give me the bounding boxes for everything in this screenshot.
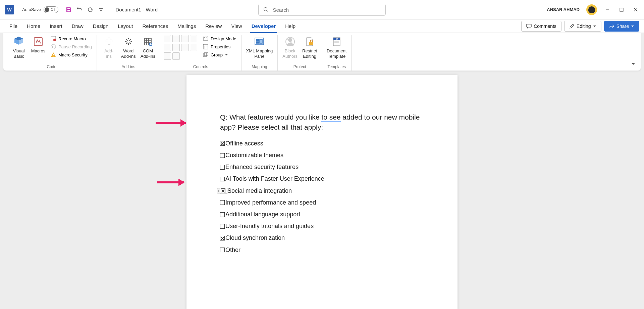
- svg-rect-10: [53, 54, 54, 55]
- svg-point-7: [51, 44, 56, 49]
- picture-control-icon[interactable]: [181, 35, 189, 42]
- search-input[interactable]: [273, 7, 381, 13]
- tab-draw[interactable]: Draw: [67, 19, 88, 33]
- option-row: Improved performance and speed: [220, 198, 424, 207]
- chevron-down-icon: [631, 25, 634, 28]
- rich-text-control-icon[interactable]: [164, 35, 171, 42]
- macros-icon: [32, 36, 44, 48]
- com-addins-button[interactable]: COMAdd-ins: [139, 35, 157, 59]
- checkbox-content-control[interactable]: [220, 188, 227, 194]
- autosave-switch[interactable]: Off: [44, 6, 58, 13]
- pause-recording-button: Pause Recording: [49, 43, 93, 50]
- spelling-underline[interactable]: to see: [321, 113, 340, 122]
- tab-help[interactable]: Help: [280, 19, 300, 33]
- option-row: Additional language support: [220, 210, 424, 219]
- word-addins-button[interactable]: WordAdd-ins: [120, 35, 137, 59]
- properties-button[interactable]: Properties: [201, 43, 238, 50]
- qat-customize[interactable]: [97, 5, 105, 14]
- content-controls-gallery[interactable]: [164, 35, 197, 60]
- search-box[interactable]: [258, 4, 386, 16]
- user-avatar[interactable]: [586, 4, 597, 15]
- checkbox-content-control[interactable]: [220, 224, 225, 229]
- visual-basic-button[interactable]: VisualBasic: [10, 35, 28, 59]
- option-label: User-friendly tutorials and guides: [225, 222, 314, 230]
- tab-review[interactable]: Review: [201, 19, 226, 33]
- checkbox-control-icon[interactable]: [164, 44, 171, 51]
- word-addins-label: WordAdd-ins: [121, 48, 136, 59]
- combobox-control-icon[interactable]: [172, 44, 180, 51]
- comments-button[interactable]: Comments: [521, 21, 561, 32]
- minimize-button[interactable]: [604, 6, 611, 13]
- repeating-control-icon[interactable]: [164, 52, 171, 60]
- content-control-handle[interactable]: [217, 188, 220, 193]
- option-row: Other: [220, 246, 424, 254]
- checkbox-content-control[interactable]: [220, 248, 225, 252]
- maximize-button[interactable]: [618, 6, 625, 13]
- svg-point-6: [53, 39, 56, 41]
- tab-layout[interactable]: Layout: [113, 19, 138, 33]
- checkbox-content-control[interactable]: [220, 200, 225, 205]
- svg-rect-22: [260, 39, 262, 43]
- checkbox-content-control[interactable]: [220, 236, 225, 240]
- restrict-editing-button[interactable]: RestrictEditing: [301, 35, 318, 59]
- checkbox-content-control[interactable]: [220, 165, 225, 170]
- save-button[interactable]: [64, 5, 73, 14]
- group-label-mapping: Mapping: [252, 64, 267, 71]
- checkbox-content-control[interactable]: [220, 141, 225, 146]
- svg-rect-9: [54, 46, 54, 48]
- checkbox-content-control[interactable]: [220, 212, 225, 217]
- macro-security-button[interactable]: Macro Security: [49, 51, 93, 58]
- svg-rect-20: [256, 39, 259, 41]
- xml-mapping-label: XML MappingPane: [246, 48, 273, 59]
- page[interactable]: Q: What features would you like to see a…: [186, 75, 458, 309]
- undo-button[interactable]: [75, 5, 84, 14]
- legacy-tools-icon[interactable]: [172, 52, 180, 60]
- record-macro-button[interactable]: Record Macro: [49, 35, 93, 42]
- addins-label: Add-ins: [104, 48, 113, 59]
- svg-point-12: [127, 40, 130, 43]
- document-template-button[interactable]: W DocumentTemplate: [325, 35, 348, 59]
- option-label: Enhanced security features: [225, 163, 299, 171]
- tab-file[interactable]: File: [5, 19, 22, 33]
- tab-view[interactable]: View: [226, 19, 247, 33]
- autosave-toggle[interactable]: AutoSave Off: [22, 6, 58, 13]
- user-name: ANSAR AHMAD: [547, 7, 580, 12]
- design-mode-button[interactable]: Design Mode: [201, 35, 238, 42]
- option-label: AI Tools with Faster User Experience: [225, 175, 324, 183]
- document-canvas[interactable]: Q: What features would you like to see a…: [0, 75, 644, 309]
- tab-insert[interactable]: Insert: [45, 19, 67, 33]
- xml-mapping-icon: [253, 36, 265, 48]
- building-block-control-icon[interactable]: [190, 35, 197, 42]
- document-template-icon: W: [331, 36, 343, 48]
- ribbon-tabs: FileHomeInsertDrawDesignLayoutReferences…: [0, 19, 644, 33]
- date-picker-control-icon[interactable]: [190, 44, 197, 51]
- macros-button[interactable]: Macros: [30, 35, 47, 54]
- tab-references[interactable]: References: [138, 19, 173, 33]
- tab-mailings[interactable]: Mailings: [173, 19, 201, 33]
- xml-mapping-button[interactable]: XML MappingPane: [245, 35, 274, 59]
- record-icon: [50, 36, 56, 42]
- checkbox-content-control[interactable]: [220, 177, 225, 181]
- editing-mode-button[interactable]: Editing: [564, 21, 601, 32]
- close-button[interactable]: [632, 6, 639, 13]
- design-mode-label: Design Mode: [211, 36, 236, 41]
- tab-design[interactable]: Design: [88, 19, 113, 33]
- redo-button[interactable]: [86, 5, 95, 14]
- dropdown-control-icon[interactable]: [181, 44, 189, 51]
- tab-developer[interactable]: Developer: [247, 19, 281, 33]
- gear-icon: [122, 36, 135, 48]
- restrict-editing-label: RestrictEditing: [302, 48, 317, 59]
- checkbox-content-control[interactable]: [220, 153, 225, 158]
- ribbon-collapse-button[interactable]: [631, 61, 636, 68]
- option-row: Enhanced security features: [220, 163, 424, 171]
- tab-home[interactable]: Home: [22, 19, 45, 33]
- record-macro-label: Record Macro: [58, 36, 86, 41]
- share-button[interactable]: Share: [604, 21, 639, 32]
- checkbox-icon[interactable]: [221, 188, 225, 193]
- title-bar: W AutoSave Off Document1 - Word ANSAR AH…: [0, 0, 644, 19]
- chevron-down-icon: [593, 25, 596, 28]
- group-controls-button[interactable]: Group: [201, 51, 238, 58]
- pause-recording-label: Pause Recording: [58, 44, 92, 49]
- svg-rect-16: [203, 44, 208, 49]
- plain-text-control-icon[interactable]: [172, 35, 180, 42]
